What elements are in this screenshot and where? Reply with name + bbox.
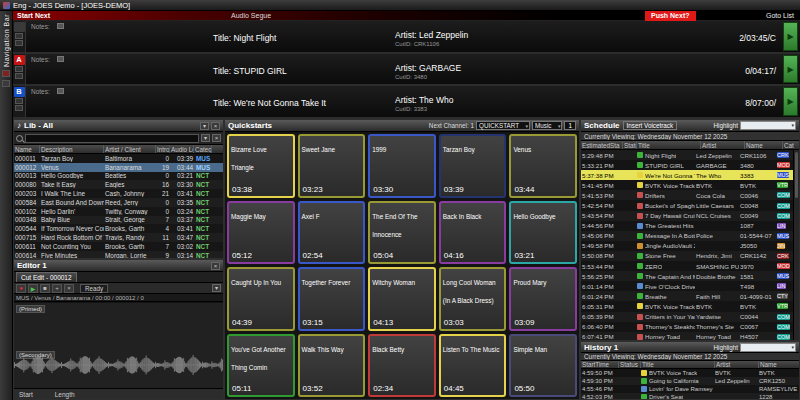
library-row[interactable]: 000611 Not Counting You Brooks, Garth 7 …: [14, 242, 223, 251]
deck-speaker-icon[interactable]: [15, 66, 23, 72]
quickstart-tile[interactable]: Caught Up In You 04:39: [227, 267, 295, 331]
library-clear-icon[interactable]: ×: [212, 134, 221, 142]
library-row[interactable]: 000102 Hello Darlin' Twitty, Conway 0 03…: [14, 207, 223, 216]
delete-icon[interactable]: ×: [64, 284, 74, 293]
quickstart-tile[interactable]: Together Forever 03:15: [298, 267, 366, 331]
quickstart-tile[interactable]: Bizarre Love Triangle 03:38: [227, 134, 295, 198]
column-header[interactable]: Title: [641, 361, 715, 368]
column-header[interactable]: Status: [623, 141, 637, 149]
column-header[interactable]: Artist / Client: [104, 145, 156, 153]
column-header[interactable]: Cat: [783, 141, 799, 149]
stop-icon[interactable]: ■: [40, 284, 50, 293]
schedule-row[interactable]: 6:07:41 PM Horney Toad Horney Toad H4507…: [581, 332, 793, 340]
schedule-scrollbar[interactable]: [793, 150, 799, 340]
quickstart-tile[interactable]: Hello Goodbye 03:21: [509, 201, 577, 265]
history-row[interactable]: 4:59:30 PM Going to California Led Zeppe…: [581, 377, 799, 385]
column-header[interactable]: EstimatedSta: [581, 141, 623, 149]
schedule-row[interactable]: 5:41:53 PM Drifters Coca Cola C0046 COM: [581, 190, 793, 200]
schedule-highlight-dropdown[interactable]: [740, 121, 796, 130]
schedule-row[interactable]: 5:50:08 PM Stone Free Hendrix, Jimi CRK1…: [581, 251, 793, 261]
schedule-row[interactable]: 5:41:45 PM BVTK Voice Track BVTK BVTK VT…: [581, 180, 793, 190]
editor-close-icon[interactable]: ×: [211, 262, 220, 270]
column-header[interactable]: Categor: [194, 145, 212, 153]
record-icon[interactable]: ●: [16, 284, 26, 293]
schedule-row[interactable]: 5:53:44 PM ZERO SMASHING PU 3970 MOD: [581, 261, 793, 271]
quickstart-tile[interactable]: Venus 03:44: [509, 134, 577, 198]
library-row[interactable]: 000614 Five Minutes Morgan, Lorrie 9 03:…: [14, 251, 223, 258]
schedule-row[interactable]: 5:44:56 PM The Greatest Hits 1087 LIN: [581, 221, 793, 231]
history-row[interactable]: 4:55:46 PM Lovin' for Dave Ramsey RAMSEY…: [581, 385, 799, 393]
play-icon[interactable]: ▶: [28, 284, 38, 293]
deck-note-icon[interactable]: [57, 56, 64, 62]
library-close-icon[interactable]: ×: [211, 122, 220, 130]
quickstart-tile[interactable]: Maggie May 05:12: [227, 201, 295, 265]
deck-play-button[interactable]: ▶: [783, 22, 798, 51]
library-row[interactable]: 000584 East Bound And Down Reed, Jerry 0…: [14, 198, 223, 207]
cut-edit-tab[interactable]: Cut Edit - 000012: [16, 272, 77, 282]
column-header[interactable]: Name: [759, 361, 799, 368]
library-row[interactable]: 000544 If Tomorrow Never Com Brooks, Gar…: [14, 224, 223, 233]
schedule-row[interactable]: 5:33:21 PM STUPID GIRL GARBAGE 3480 MOD: [581, 160, 793, 170]
deck-timer-icon[interactable]: [15, 105, 23, 111]
deck-play-button[interactable]: ▶: [783, 55, 798, 84]
schedule-row[interactable]: 6:05:31 PM BVTK Voice Track BVTK BVTK VT…: [581, 301, 793, 311]
quickstart-tile[interactable]: You've Got Another Thing Comin 05:11: [227, 334, 295, 398]
library-filter-icon[interactable]: ▾: [201, 134, 210, 142]
library-row[interactable]: 000012 Venus Bananarama 19 03:44 MUS: [14, 163, 223, 172]
quickstart-tile[interactable]: The End Of The Innocence 05:04: [368, 201, 436, 265]
schedule-row[interactable]: 5:42:54 PM Bucket's of Spaghetti Little …: [581, 200, 793, 210]
quickstart-tile[interactable]: Walk This Way 03:52: [298, 334, 366, 398]
waveform-area[interactable]: (Primed) (Secondary): [14, 303, 223, 388]
editor-options-icon[interactable]: ▾: [212, 284, 221, 292]
quickstart-tile[interactable]: Back In Black 04:16: [439, 201, 507, 265]
schedule-row[interactable]: 5:29:48 PM Night Flight Led Zeppelin CRK…: [581, 150, 793, 160]
quickstart-tile[interactable]: Tarzan Boy 03:39: [439, 134, 507, 198]
schedule-row[interactable]: 6:06:40 PM Thorney's Steakhouse Thorney'…: [581, 322, 793, 332]
quickstart-tile[interactable]: Simple Man 05:50: [509, 334, 577, 398]
deck-play-button[interactable]: ▶: [783, 87, 798, 116]
library-search-input[interactable]: [25, 134, 199, 143]
push-next-button[interactable]: Push Next?: [645, 11, 696, 21]
schedule-row[interactable]: 5:49:58 PM Jingle AudioVault 2 J5050 JIN: [581, 241, 793, 251]
add-icon[interactable]: +: [52, 284, 62, 293]
column-header[interactable]: StartTime: [581, 361, 619, 368]
quickstart-page-box[interactable]: 1: [564, 121, 576, 130]
quickstart-tile[interactable]: Listen To The Music 04:45: [439, 334, 507, 398]
history-row[interactable]: 4:59:50 PM BVTK Voice Track BVTK BVTK: [581, 369, 799, 377]
column-header[interactable]: Name: [14, 145, 40, 153]
quickstart-tile[interactable]: Black Betty 02:34: [368, 334, 436, 398]
nav-music-icon[interactable]: [2, 70, 10, 77]
schedule-row[interactable]: 5:43:54 PM 7 Day Hawaii Cruises NCL Crui…: [581, 211, 793, 221]
deck-speaker-icon[interactable]: [15, 98, 23, 104]
library-row[interactable]: 000080 Take It Easy Eagles 16 03:30 NCT: [14, 180, 223, 189]
quickstart-bank-dropdown[interactable]: Music: [532, 121, 562, 130]
column-header[interactable]: Name: [745, 141, 783, 149]
deck-note-icon[interactable]: [57, 23, 64, 29]
column-header[interactable]: Status: [619, 361, 641, 368]
column-header[interactable]: Artist: [701, 141, 745, 149]
scrollbar-thumb[interactable]: [795, 152, 798, 198]
column-header[interactable]: Audio Leng: [170, 145, 194, 153]
deck-speaker-icon[interactable]: [15, 33, 23, 39]
quickstart-tile[interactable]: 1999 03:30: [368, 134, 436, 198]
nav-tools-icon[interactable]: [2, 80, 10, 87]
column-header[interactable]: Intro: [156, 145, 170, 153]
deck-timer-icon[interactable]: [15, 73, 23, 79]
history-row[interactable]: 4:52:03 PM Driver's Seat 1228: [581, 393, 799, 399]
quickstart-tile[interactable]: Long Cool Woman (In A Black Dress) 03:03: [439, 267, 507, 331]
insert-voicetrack-button[interactable]: Insert Voicetrack: [623, 121, 678, 130]
library-row[interactable]: 000011 Tarzan Boy Baltimora 0 03:39 MUS: [14, 154, 223, 163]
deck-note-icon[interactable]: [57, 88, 64, 94]
library-menu-icon[interactable]: ▾: [200, 122, 209, 130]
column-header[interactable]: Title: [637, 141, 701, 149]
library-row[interactable]: 000348 Baby Blue Strait, George 7 03:37 …: [14, 216, 223, 225]
history-highlight-dropdown[interactable]: [740, 343, 796, 352]
schedule-row[interactable]: 5:37:38 PM We're Not Gonna Take It The W…: [581, 170, 793, 180]
quickstart-tile[interactable]: Axel F 02:54: [298, 201, 366, 265]
column-header[interactable]: Artist: [715, 361, 759, 368]
schedule-row[interactable]: 6:05:39 PM Critters in Your Yard Yardwis…: [581, 312, 793, 322]
goto-list-button[interactable]: Goto List: [766, 12, 794, 19]
library-row[interactable]: 000013 Hello Goodbye Beatles 0 03:21 NCT: [14, 172, 223, 181]
quickstart-tile[interactable]: Witchy Woman 04:13: [368, 267, 436, 331]
column-header[interactable]: Description: [40, 145, 104, 153]
